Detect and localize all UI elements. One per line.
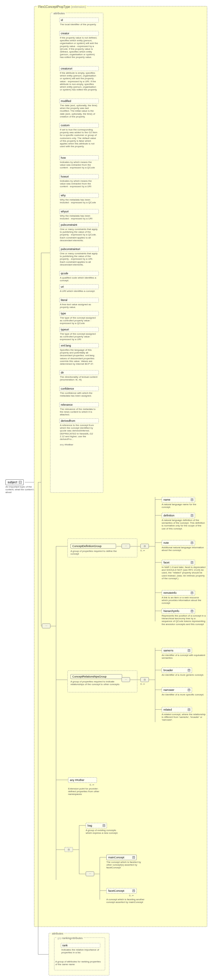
attribute-rank-label: rank xyxy=(62,944,68,947)
element-label: definition xyxy=(163,514,175,517)
element-desc: Represents the position of a concept in … xyxy=(162,614,206,625)
sequence-icon: ⋯ xyxy=(122,677,130,682)
expand-icon[interactable]: + xyxy=(188,708,190,711)
attribute-typeuri[interactable]: typeuri xyxy=(59,327,99,332)
expand-icon[interactable]: + xyxy=(133,856,135,859)
element-remoteinfo[interactable]: remoteInfo+ xyxy=(162,590,195,596)
element-label: note xyxy=(163,541,169,544)
attribute-label: dir xyxy=(61,371,64,374)
element-broader[interactable]: broader+ xyxy=(162,668,192,673)
expand-icon[interactable]: + xyxy=(188,649,190,652)
attribute-label: howuri xyxy=(61,175,69,178)
attribute-how[interactable]: how xyxy=(59,155,99,160)
sequence-icon: ⋯ xyxy=(122,544,130,549)
expand-icon[interactable]: + xyxy=(133,889,135,892)
expand-icon[interactable]: + xyxy=(191,542,193,544)
element-hierarchyinfo[interactable]: hierarchyInfo+ xyxy=(162,608,195,614)
element-name[interactable]: name+ xyxy=(162,497,195,503)
attribute-literal[interactable]: literal xyxy=(59,298,99,302)
attribute-label: qcode xyxy=(61,272,68,275)
attribute-derivedfrom[interactable]: derivedfrom xyxy=(59,418,99,423)
attribute-rank-desc: Indicates the relative importance of pro… xyxy=(61,948,100,955)
attribute-rank[interactable]: rank xyxy=(61,943,100,948)
expand-icon[interactable]: + xyxy=(188,669,190,671)
concept-definition-group-desc: A group of properties required to define… xyxy=(70,550,118,555)
attribute-desc: Why the metadata has been included - exp… xyxy=(59,214,99,221)
element-desc: A natural language definition of the sem… xyxy=(162,519,206,530)
attribute-relevance[interactable]: relevance xyxy=(59,402,99,407)
attribute-label: why xyxy=(61,194,66,197)
element-related[interactable]: related+ xyxy=(162,707,192,713)
element-facet-concept-desc: A concept which is faceting another conc… xyxy=(106,898,146,904)
attribute-label: creatoruri xyxy=(61,67,72,70)
element-definition[interactable]: definition+ xyxy=(162,513,195,518)
cardinality-label: 0..∞ xyxy=(90,783,94,786)
element-desc: Additional natural language information … xyxy=(162,546,206,552)
collapse-icon[interactable]: − xyxy=(19,481,22,484)
attribute-desc: The type of the concept assigned as cont… xyxy=(59,332,99,342)
attribute-xml-lang[interactable]: xml:lang xyxy=(59,343,99,348)
element-desc: In NAR 1.8 and later, facet is deprecate… xyxy=(162,566,206,580)
attribute-desc: If set to true the corresponding propert… xyxy=(59,128,99,149)
any-other-label: any ##other xyxy=(70,778,85,781)
attribute-qcode[interactable]: qcode xyxy=(59,271,99,276)
choice-icon: ⊟ xyxy=(64,847,73,852)
element-facet[interactable]: facet+ xyxy=(162,560,195,565)
attribute-whyuri[interactable]: whyuri xyxy=(59,209,99,214)
attribute-id[interactable]: id xyxy=(59,18,99,22)
attribute-creator[interactable]: creator xyxy=(59,31,99,36)
attribute-desc: The date (and, optionally, the time) whe… xyxy=(59,103,99,119)
extension-type-title: Flex1ConceptPropType (extension) xyxy=(37,5,87,8)
expand-icon[interactable]: + xyxy=(191,610,193,612)
attribute-pubconstrainturi[interactable]: pubconstrainturi xyxy=(59,247,99,251)
cardinality-label: 0..∞ xyxy=(140,549,145,552)
attribute-desc: The local identifier of the property. xyxy=(59,22,99,27)
attribute-custom[interactable]: custom xyxy=(59,123,99,128)
attribute-desc: Indicates by which means the value was e… xyxy=(59,179,99,189)
expand-icon[interactable]: + xyxy=(191,561,193,564)
element-bag-desc: A group of existing concepts which expre… xyxy=(86,829,122,834)
attribute-desc: If the attribute is empty, specifies whi… xyxy=(59,71,99,92)
attribute-howuri[interactable]: howuri xyxy=(59,174,99,179)
attribute-label: pubconstrainturi xyxy=(61,248,80,251)
element-sameas[interactable]: sameAs+ xyxy=(162,648,192,653)
expand-icon[interactable]: + xyxy=(103,824,105,827)
element-main-concept-desc: The concept which is faceted by other co… xyxy=(106,861,146,869)
attribute-creatoruri[interactable]: creatoruri xyxy=(59,66,99,71)
attribute-uri[interactable]: uri xyxy=(59,284,99,289)
attribute-label: id xyxy=(61,19,63,22)
any-other-extension: any ##other xyxy=(68,777,97,783)
ranking-group-inner-title: grp:rankingAttributes xyxy=(57,937,83,940)
expand-icon[interactable]: + xyxy=(191,498,193,501)
expand-icon[interactable]: + xyxy=(191,592,193,594)
sequence-icon: ⋯ xyxy=(86,871,94,876)
expand-icon[interactable]: + xyxy=(191,514,193,517)
any-other-prefix: any ##other xyxy=(59,443,99,446)
attribute-dir[interactable]: dir xyxy=(59,370,99,375)
attribute-label: literal xyxy=(61,299,67,302)
attribute-desc: Indicates by which means the value was e… xyxy=(59,160,99,170)
attribute-modified[interactable]: modified xyxy=(59,99,99,103)
element-narrower[interactable]: narrower+ xyxy=(162,687,192,693)
cardinality-label: 0..∞ xyxy=(129,894,134,897)
attribute-label: relevance xyxy=(61,403,73,406)
attribute-why[interactable]: why xyxy=(59,193,99,198)
attribute-label: modified xyxy=(61,100,71,103)
attribute-pubconstraint[interactable]: pubconstraint xyxy=(59,223,99,227)
element-facet-concept[interactable]: facetConcept + xyxy=(106,888,137,894)
element-main-concept[interactable]: mainConcept + xyxy=(106,855,137,860)
element-bag[interactable]: bag + xyxy=(86,823,107,828)
element-note[interactable]: note+ xyxy=(162,540,195,546)
concept-relationships-group-label[interactable]: ConceptRelationshipsGroup xyxy=(70,674,122,679)
attribute-desc: The confidence with which the metadata h… xyxy=(59,391,99,398)
element-subject[interactable]: subject − xyxy=(5,479,24,485)
attribute-desc: A qualified code which identifies a conc… xyxy=(59,276,99,283)
concept-definition-group-label[interactable]: ConceptDefinitionGroup xyxy=(70,544,116,549)
expand-icon[interactable]: + xyxy=(188,689,190,691)
element-label: related xyxy=(163,708,172,711)
attribute-type[interactable]: type xyxy=(59,311,99,316)
ranking-group-desc: A group of attributes for ranking proper… xyxy=(55,960,102,966)
ranking-attributes-title: attributes xyxy=(51,932,64,935)
attribute-desc: A reference to the concept from which th… xyxy=(59,423,99,442)
attribute-confidence[interactable]: confidence xyxy=(59,386,99,391)
